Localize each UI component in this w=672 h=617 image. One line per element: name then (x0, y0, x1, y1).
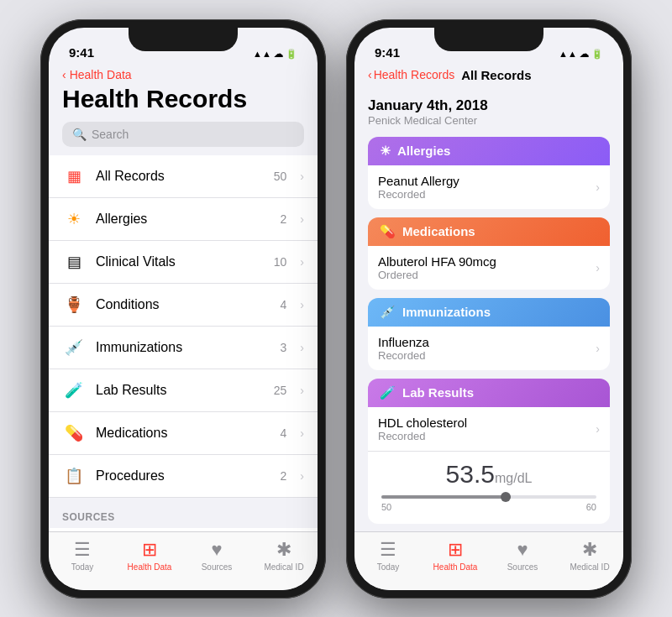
category-medications: 💊 Medications Albuterol HFA 90mcg Ordere… (354, 217, 623, 290)
tab-bar-right: ☰ Today ⊞ Health Data ♥ Sources ✱ Medica… (354, 531, 623, 590)
tab-bar-left: ☰ Today ⊞ Health Data ♥ Sources ✱ Medica… (49, 531, 318, 590)
lab-unit: mg/dL (495, 471, 532, 485)
back-chevron-icon-right: ‹ (368, 68, 372, 81)
list-item-allergies[interactable]: ☀ Allergies 2 › (49, 198, 318, 241)
allergies-item-status: Recorded (378, 188, 596, 201)
medications-count: 4 (281, 426, 287, 440)
tab-medical-id-left[interactable]: ✱ Medical ID (250, 539, 318, 572)
list-item-procedures[interactable]: 📋 Procedures 2 › (49, 455, 318, 498)
list-item-conditions[interactable]: 🏺 Conditions 4 › (49, 284, 318, 327)
lab-results-header: 🧪 Lab Results (368, 379, 610, 407)
clinical-vitals-chevron: › (300, 255, 304, 269)
medications-header: 💊 Medications (368, 217, 610, 246)
medications-item-chevron: › (596, 261, 600, 275)
list-item-clinical-vitals[interactable]: ▤ Clinical Vitals 10 › (49, 241, 318, 284)
all-records-scroll: January 4th, 2018 Penick Medical Center … (354, 84, 623, 531)
sources-label: Sources (202, 562, 233, 572)
today-label: Today (71, 562, 94, 572)
list-item-lab-results[interactable]: 🧪 Lab Results 25 › (49, 369, 318, 412)
lab-results-item[interactable]: HDL cholesterol Recorded › (368, 407, 610, 452)
immunizations-label: Immunizations (402, 305, 491, 319)
allergies-label: Allergies (96, 212, 270, 227)
immunizations-item-chevron: › (596, 342, 600, 355)
health-data-label: Health Data (128, 562, 172, 572)
category-lab-results: 🧪 Lab Results HDL cholesterol Recorded ›… (354, 379, 623, 524)
medications-icon: 💊 (62, 421, 86, 445)
sources-header: SOURCES (49, 498, 318, 528)
date-header: January 4th, 2018 Penick Medical Center (354, 91, 623, 128)
medications-item-info: Albuterol HFA 90mcg Ordered (378, 254, 596, 281)
medical-id-icon: ✱ (276, 539, 291, 561)
list-item-immunizations[interactable]: 💉 Immunizations 3 › (49, 327, 318, 369)
notch (129, 28, 238, 51)
allergies-chevron: › (300, 212, 304, 226)
sources-label-right: Sources (507, 562, 538, 572)
lab-results-icon: 🧪 (380, 385, 396, 400)
medications-label: Medications (402, 224, 475, 238)
page-title-left: Health Records (49, 83, 318, 122)
conditions-label: Conditions (96, 297, 270, 312)
conditions-icon: 🏺 (62, 293, 86, 316)
tab-medical-id-right[interactable]: ✱ Medical ID (556, 539, 623, 572)
today-icon: ☰ (74, 539, 91, 561)
allergies-icon: ☀ (62, 207, 86, 231)
notch-right (434, 28, 543, 51)
back-health-data[interactable]: ‹ Health Data (49, 65, 318, 83)
list-item-all-records[interactable]: ▦ All Records 50 › (49, 155, 318, 198)
lab-range-high: 60 (586, 502, 596, 512)
back-label: Health Data (70, 68, 132, 81)
tab-today-left[interactable]: ☰ Today (49, 539, 116, 572)
sources-icon-right: ♥ (517, 539, 528, 561)
tab-health-data-left[interactable]: ⊞ Health Data (116, 539, 183, 572)
immunizations-icon: 💉 (62, 336, 86, 359)
allergies-item-chevron: › (596, 180, 600, 194)
tab-health-data-right[interactable]: ⊞ Health Data (422, 539, 489, 572)
medications-chevron: › (300, 426, 304, 440)
medications-item-name: Albuterol HFA 90mcg (378, 254, 596, 269)
status-icons-left: ▲▲ ☁ 🔋 (253, 49, 297, 60)
records-list: ▦ All Records 50 › ☀ Allergies 2 › ▤ Cli… (49, 155, 318, 531)
current-section-label: All Records (461, 68, 531, 82)
left-phone: 9:41 ▲▲ ☁ 🔋 ‹ Health Data Health Records… (40, 19, 326, 599)
health-data-icon: ⊞ (142, 539, 157, 561)
search-bar[interactable]: 🔍 Search (62, 122, 304, 147)
right-phone: 9:41 ▲▲ ☁ 🔋 ‹ Health Records All Records… (346, 19, 632, 599)
today-label-right: Today (377, 562, 400, 572)
time-left: 9:41 (69, 45, 94, 60)
allergies-item-info: Peanut Allergy Recorded (378, 174, 596, 201)
category-allergies: ☀ Allergies Peanut Allergy Recorded › (354, 137, 623, 209)
immunizations-item-info: Influenza Recorded (378, 335, 596, 362)
immunizations-count: 3 (281, 341, 287, 354)
lab-results-icon: 🧪 (62, 379, 86, 402)
immunizations-item-name: Influenza (378, 335, 596, 349)
lab-slider-dot (501, 492, 511, 502)
immunizations-icon: 💉 (380, 305, 396, 320)
all-records-icon: ▦ (62, 165, 86, 188)
all-records-label: All Records (96, 169, 264, 184)
back-label-right: Health Records (374, 68, 455, 81)
immunizations-header: 💉 Immunizations (368, 298, 610, 327)
conditions-count: 4 (281, 298, 287, 311)
allergies-item[interactable]: Peanut Allergy Recorded › (368, 165, 610, 209)
immunizations-item[interactable]: Influenza Recorded › (368, 327, 610, 370)
medical-id-icon-right: ✱ (582, 539, 597, 561)
lab-results-chevron: › (300, 384, 304, 397)
lab-slider-fill (381, 495, 511, 499)
right-nav: ‹ Health Records All Records (354, 65, 623, 84)
procedures-count: 2 (281, 469, 287, 483)
immunizations-item-status: Recorded (378, 349, 596, 362)
allergies-count: 2 (281, 212, 287, 226)
back-health-records[interactable]: ‹ Health Records (368, 68, 454, 81)
tab-sources-left[interactable]: ♥ Sources (183, 539, 250, 572)
provider-name: Penick Medical Center (368, 114, 610, 127)
tab-today-right[interactable]: ☰ Today (354, 539, 422, 572)
medications-item[interactable]: Albuterol HFA 90mcg Ordered › (368, 246, 610, 290)
medications-icon: 💊 (380, 224, 396, 239)
medical-id-label-right: Medical ID (570, 562, 609, 572)
list-item-medications[interactable]: 💊 Medications 4 › (49, 412, 318, 455)
tab-sources-right[interactable]: ♥ Sources (489, 539, 556, 572)
lab-results-item-status: Recorded (378, 430, 596, 442)
clinical-vitals-icon: ▤ (62, 250, 86, 274)
lab-results-item-name: HDL cholesterol (378, 416, 596, 430)
immunizations-label: Immunizations (96, 340, 270, 355)
